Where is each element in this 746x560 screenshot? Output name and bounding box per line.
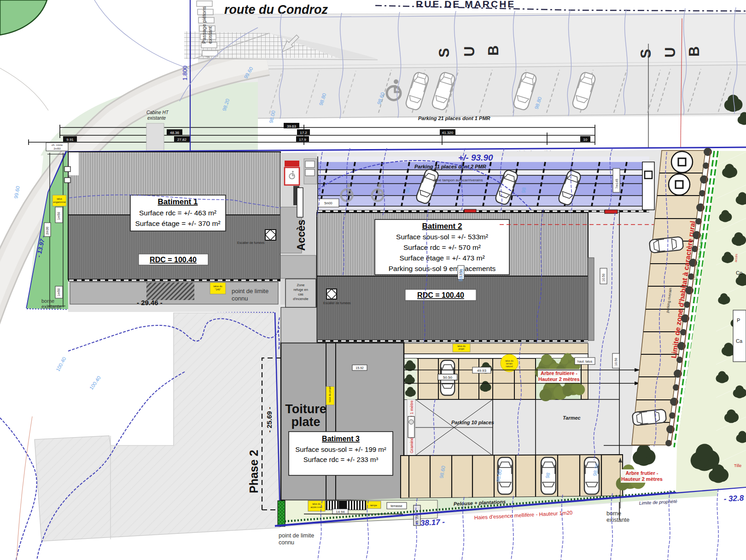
svg-text:RUE DE MARCHE: RUE DE MARCHE [416, 0, 515, 9]
svg-text:- 38.17 -: - 38.17 - [415, 518, 445, 528]
svg-text:39.63: 39.63 [287, 124, 297, 128]
svg-text:Accès: Accès [295, 219, 307, 251]
svg-text:Toiture: Toiture [285, 402, 326, 416]
svg-text:Zone: Zone [297, 283, 304, 287]
svg-text:2m50: 2m50 [53, 147, 61, 150]
svg-text:27.82: 27.82 [177, 138, 187, 142]
svg-text:Ca: Ca [736, 338, 743, 344]
svg-text:98: 98 [544, 472, 551, 479]
svg-text:Parking 10 places: Parking 10 places [451, 420, 494, 425]
svg-text:1m50: 1m50 [57, 212, 60, 220]
svg-text:naturel: naturel [506, 365, 513, 368]
svg-text:existant: existant [207, 26, 213, 44]
svg-text:haut. talus: haut. talus [577, 360, 593, 363]
svg-text:Escalier de fumées: Escalier de fumées [323, 301, 351, 305]
svg-text:17.2: 17.2 [300, 131, 307, 135]
svg-text:98: 98 [520, 187, 527, 193]
svg-text:accès s-sol: accès s-sol [310, 506, 322, 508]
svg-text:talus du projet: talus du projet [328, 386, 331, 402]
svg-text:Surface rdc = +/- 463 m²: Surface rdc = +/- 463 m² [139, 209, 216, 217]
svg-text:- 29.46 -: - 29.46 - [137, 299, 163, 306]
svg-text:borne: borne [41, 298, 54, 304]
svg-text:Batiment 2: Batiment 2 [422, 222, 462, 231]
svg-text:P: P [737, 318, 740, 323]
svg-text:point de limite: point de limite [232, 288, 268, 294]
svg-text:projet: projet [459, 347, 465, 350]
svg-text:cas: cas [298, 292, 303, 296]
svg-text:Phase 2: Phase 2 [247, 450, 260, 493]
svg-text:Arbre fruitiere -: Arbre fruitiere - [541, 370, 577, 376]
svg-text:existante: existante [147, 115, 166, 121]
svg-text:plate: plate [291, 415, 320, 429]
svg-text:48.36: 48.36 [170, 131, 180, 135]
svg-text:route du Condroz: route du Condroz [224, 3, 328, 17]
svg-text:14.94: 14.94 [336, 510, 345, 514]
svg-text:talus du: talus du [312, 502, 321, 505]
svg-text:ch. mixte: ch. mixte [52, 144, 63, 146]
svg-text:rampe: rampe [370, 504, 377, 507]
svg-text:10: 10 [583, 138, 588, 142]
svg-text:U: U [662, 47, 678, 58]
svg-text:5m00: 5m00 [324, 202, 332, 205]
svg-text:existante: existante [606, 517, 629, 523]
svg-text:Parking sous-sol 9 emplacement: Parking sous-sol 9 emplacements [389, 265, 496, 272]
svg-text:talus du: talus du [213, 285, 222, 288]
svg-text:10.50: 10.50 [614, 358, 618, 366]
svg-text:98: 98 [404, 187, 411, 193]
svg-text:talus: talus [57, 197, 62, 200]
svg-text:10.50: 10.50 [602, 273, 605, 282]
svg-text:Surface rdc = +/- 233 m³: Surface rdc = +/- 233 m³ [303, 456, 379, 463]
svg-text:15.92: 15.92 [356, 366, 364, 369]
svg-text:terrasse: terrasse [390, 504, 402, 508]
svg-text:"140": "140" [215, 288, 221, 291]
svg-text:U: U [461, 46, 478, 57]
svg-text:Surface sous-sol = +/- 533m²: Surface sous-sol = +/- 533m² [396, 233, 488, 241]
svg-text:point de limite: point de limite [279, 532, 314, 539]
svg-text:49.93: 49.93 [477, 369, 487, 373]
svg-text:S: S [436, 48, 452, 58]
svg-text:borne: borne [606, 510, 621, 517]
svg-text:Hauteur 2 mètres: Hauteur 2 mètres [538, 376, 580, 382]
svg-text:Passage piétons: Passage piétons [201, 6, 207, 44]
svg-text:existante: existante [41, 304, 62, 309]
svg-text:41.320: 41.320 [442, 131, 454, 135]
svg-text:B: B [686, 46, 702, 57]
svg-text:Batiment 1: Batiment 1 [158, 197, 198, 206]
svg-text:- 25.69 -: - 25.69 - [265, 407, 273, 433]
svg-text:d'incendie: d'incendie [293, 297, 309, 301]
svg-text:9.91: 9.91 [66, 138, 74, 142]
svg-text:50.50: 50.50 [443, 375, 453, 380]
svg-text:Batiment 3: Batiment 3 [322, 435, 360, 443]
svg-text:Surface étage = +/- 370 m²: Surface étage = +/- 370 m² [135, 219, 220, 227]
svg-text:Surface étage = +/- 473 m²: Surface étage = +/- 473 m² [399, 254, 484, 262]
svg-text:Zone tampon autocar/riverains: Zone tampon autocar/riverains [433, 178, 483, 182]
svg-text:S: S [638, 49, 654, 58]
svg-text:connu: connu [232, 295, 248, 302]
svg-text:Arbre frutier -: Arbre frutier - [626, 470, 659, 476]
svg-text:Hauteur 2 mètres: Hauteur 2 mètres [621, 476, 663, 482]
svg-text:Tarmec: Tarmec [563, 415, 581, 421]
svg-text:engazonné: engazonné [53, 201, 65, 203]
svg-text:Parking 11 places dont 2 PMR: Parking 11 places dont 2 PMR [414, 164, 486, 169]
svg-text:Cabine HT: Cabine HT [146, 110, 169, 115]
svg-text:B: B [485, 46, 501, 56]
svg-text:98,50: 98,50 [458, 269, 464, 282]
svg-text:7m145: 7m145 [615, 179, 618, 189]
svg-text:RDC = 100.40: RDC = 100.40 [150, 256, 197, 264]
svg-text:1m50: 1m50 [57, 288, 60, 296]
svg-text:Escalier de fumées: Escalier de fumées [237, 241, 265, 244]
svg-text:Surface sous-sol = +/- 199 m²: Surface sous-sol = +/- 199 m² [295, 445, 386, 453]
svg-text:- 32.8: - 32.8 [723, 494, 744, 503]
svg-text:connu: connu [279, 539, 294, 546]
svg-text:Co: Co [736, 270, 742, 276]
svg-text:Tille: Tille [734, 463, 741, 468]
svg-text:refuge en: refuge en [293, 288, 308, 292]
svg-text:Surface rdc = +/- 570 m²: Surface rdc = +/- 570 m² [403, 243, 481, 251]
svg-text:2m30: 2m30 [46, 226, 49, 235]
svg-text:17.9: 17.9 [299, 138, 306, 142]
